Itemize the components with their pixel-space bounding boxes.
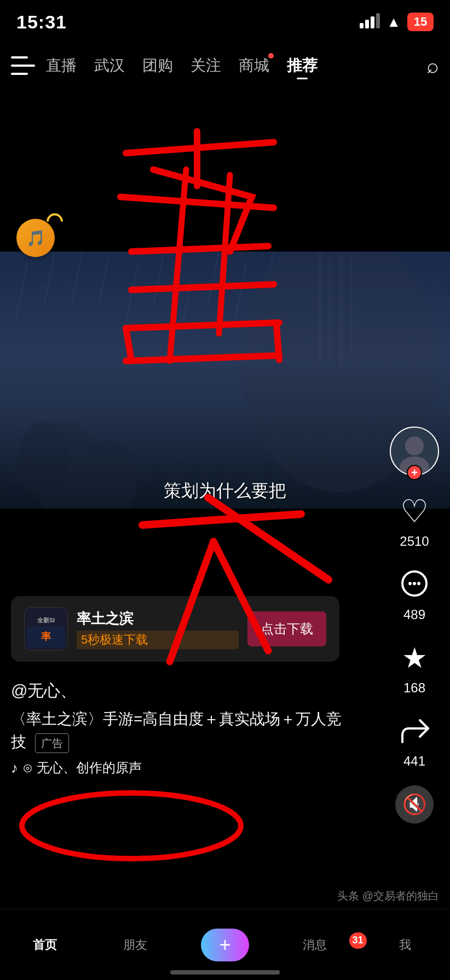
svg-point-24 bbox=[408, 582, 412, 585]
follow-plus-icon[interactable]: + bbox=[407, 465, 422, 480]
like-count: 2510 bbox=[400, 534, 429, 549]
ad-download-button[interactable]: 点击下载 bbox=[247, 611, 326, 646]
nav-home[interactable]: 首页 bbox=[0, 937, 90, 953]
nav-friends[interactable]: 朋友 bbox=[90, 937, 180, 953]
status-time: 15:31 bbox=[16, 11, 67, 33]
nav-item-shop[interactable]: 商城 bbox=[239, 55, 269, 76]
nav-item-wuhan[interactable]: 武汉 bbox=[94, 55, 125, 76]
author-avatar[interactable]: + bbox=[390, 427, 439, 476]
nav-messages[interactable]: 消息 31 bbox=[270, 937, 360, 953]
share-count: 441 bbox=[403, 754, 425, 769]
search-icon[interactable]: ⌕ bbox=[426, 54, 439, 78]
status-icons: ▲ 15 bbox=[360, 13, 434, 31]
mute-icon: 🔇 bbox=[402, 793, 427, 816]
message-badge: 31 bbox=[349, 932, 367, 949]
nav-friends-label: 朋友 bbox=[123, 937, 147, 953]
battery-icon: 15 bbox=[407, 13, 434, 31]
star-icon: ★ bbox=[395, 639, 434, 677]
nav-item-live[interactable]: 直播 bbox=[46, 55, 77, 76]
status-bar: 15:31 ▲ 15 bbox=[0, 0, 450, 44]
right-actions: + ♡ 2510 489 ★ bbox=[390, 427, 439, 824]
nav-profile[interactable]: 我 bbox=[360, 937, 450, 953]
comment-count: 489 bbox=[403, 607, 425, 622]
video-area[interactable]: 策划为什么要把 🎵 + ♡ 2510 bbox=[0, 88, 450, 875]
nav-item-recommend[interactable]: 推荐 bbox=[287, 55, 318, 76]
nav-bar: 直播 武汉 团购 关注 商城 推荐 ⌕ bbox=[0, 44, 450, 88]
ad-title: 率土之滨 bbox=[77, 609, 239, 628]
svg-rect-17 bbox=[328, 257, 332, 355]
bottom-nav: 首页 朋友 + 消息 31 我 bbox=[0, 909, 450, 980]
nav-home-label: 首页 bbox=[33, 937, 57, 953]
svg-rect-18 bbox=[339, 254, 343, 369]
heart-icon: ♡ bbox=[395, 492, 434, 530]
video-thumbnail: 策划为什么要把 bbox=[0, 252, 450, 514]
video-bg-top bbox=[0, 88, 450, 257]
svg-rect-16 bbox=[318, 252, 322, 361]
video-subtitle: 策划为什么要把 bbox=[164, 479, 286, 503]
nav-item-group[interactable]: 团购 bbox=[142, 55, 173, 76]
ad-subtitle: 5秒极速下载 bbox=[77, 631, 239, 649]
comment-button[interactable]: 489 bbox=[395, 565, 434, 622]
wifi-icon: ▲ bbox=[386, 14, 401, 31]
ad-info: 率土之滨 5秒极速下载 bbox=[77, 609, 239, 649]
music-note-icon: ♪ bbox=[11, 760, 18, 777]
svg-point-13 bbox=[19, 421, 68, 498]
comment-icon bbox=[395, 565, 434, 604]
menu-icon[interactable] bbox=[11, 56, 35, 75]
ad-game-icon: 全新SI 率 bbox=[24, 607, 68, 651]
content-info: @无心、 〈率土之滨〉手游=高自由度＋真实战场＋万人竞技 广告 ♪ ⊙ 无心、创… bbox=[11, 680, 350, 777]
home-bar bbox=[170, 970, 280, 975]
nav-messages-label: 消息 bbox=[303, 937, 327, 953]
signal-icon bbox=[360, 15, 380, 28]
svg-text:全新SI: 全新SI bbox=[37, 617, 55, 623]
svg-point-21 bbox=[405, 436, 424, 455]
favorite-button[interactable]: ★ 168 bbox=[395, 639, 434, 696]
floating-coin: 🎵 bbox=[16, 219, 60, 262]
like-button[interactable]: ♡ 2510 bbox=[395, 492, 434, 549]
battery-level: 15 bbox=[414, 15, 427, 29]
nav-profile-label: 我 bbox=[399, 937, 411, 953]
add-button[interactable]: + bbox=[201, 929, 249, 961]
share-icon bbox=[395, 712, 434, 750]
attribution: 头条 @交易者的独白 bbox=[337, 889, 439, 903]
nav-item-follow[interactable]: 关注 bbox=[191, 55, 221, 76]
svg-point-26 bbox=[417, 582, 420, 585]
ad-banner: 全新SI 率 率土之滨 5秒极速下载 点击下载 bbox=[11, 596, 339, 662]
content-author: @无心、 bbox=[11, 680, 350, 702]
plus-icon: + bbox=[220, 934, 231, 956]
favorite-count: 168 bbox=[403, 680, 425, 696]
svg-text:率: 率 bbox=[41, 631, 51, 642]
ad-tag: 广告 bbox=[35, 733, 69, 753]
content-audio[interactable]: ♪ ⊙ 无心、创作的原声 bbox=[11, 759, 350, 777]
svg-point-25 bbox=[413, 582, 416, 585]
mute-button[interactable]: 🔇 bbox=[395, 785, 434, 824]
svg-rect-19 bbox=[350, 252, 353, 355]
nav-items: 直播 武汉 团购 关注 商城 推荐 bbox=[46, 55, 426, 76]
content-description: 〈率土之滨〉手游=高自由度＋真实战场＋万人竞技 广告 bbox=[11, 708, 350, 754]
share-button[interactable]: 441 bbox=[395, 712, 434, 769]
nav-add[interactable]: + bbox=[180, 929, 270, 961]
